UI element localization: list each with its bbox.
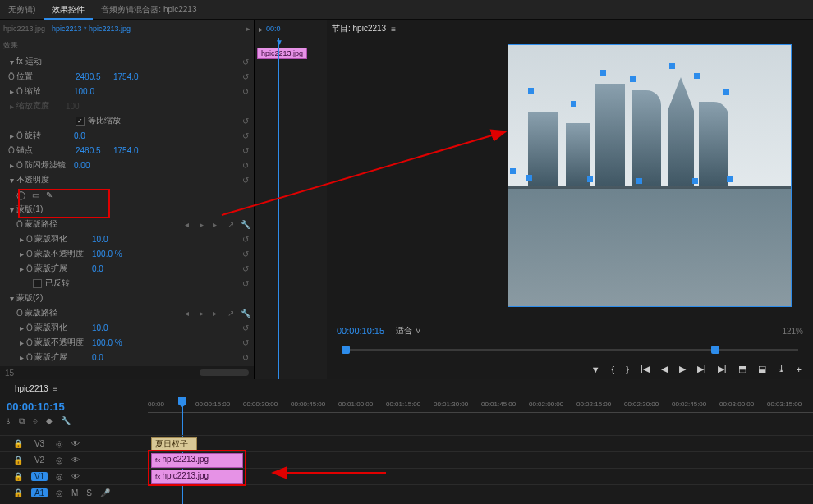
stopwatch-icon[interactable]: Ö xyxy=(16,131,25,140)
twirl-icon[interactable]: ▾ xyxy=(7,57,16,66)
lift-icon[interactable]: ⬒ xyxy=(738,364,746,374)
clip-v2[interactable]: fx hpic2213.jpg xyxy=(151,453,243,468)
link-icon[interactable]: ⧉ xyxy=(19,416,25,426)
uniform-scale-row[interactable]: ✓ 等比缩放 ↺ xyxy=(0,113,254,128)
flicker-value[interactable]: 0.00 xyxy=(74,161,112,170)
twirl-icon[interactable]: ▾ xyxy=(7,294,16,303)
mask-vertex-handle[interactable] xyxy=(669,63,675,69)
rect-mask-icon[interactable]: ▭ xyxy=(32,190,39,199)
mask2-expand-value[interactable]: 0.0 xyxy=(92,353,130,362)
marker-icon[interactable]: ◆ xyxy=(46,416,53,426)
panel-menu-icon[interactable]: ≡ xyxy=(391,25,396,34)
program-tab[interactable]: 节目: hpic2213 xyxy=(332,23,386,34)
reset-icon[interactable]: ↺ xyxy=(241,264,250,273)
position-row[interactable]: Ö 位置 2480.5 1754.0 ↺ xyxy=(0,69,254,84)
preview-area[interactable] xyxy=(327,38,813,319)
keyframe-strip[interactable]: ▸ 00:0 hpic2213.jpg ▼ xyxy=(255,20,327,379)
mask1-path-row[interactable]: Ö 蒙版路径 ◂ ▸ ▸| ↗ 🔧 xyxy=(0,217,254,231)
eye-icon[interactable]: 👁 xyxy=(71,439,80,448)
tab-no-clip[interactable]: 无剪辑) xyxy=(0,1,44,19)
mask1-feather-value[interactable]: 10.0 xyxy=(92,235,130,244)
twirl-icon[interactable]: ▸ xyxy=(16,235,26,244)
v2-strip[interactable]: fx hpic2213.jpg xyxy=(148,451,813,468)
stopwatch-icon[interactable]: Ö xyxy=(26,264,34,273)
stopwatch-icon[interactable]: Ö xyxy=(26,338,34,347)
mask2-feather-value[interactable]: 10.0 xyxy=(92,323,130,332)
stopwatch-icon[interactable]: Ö xyxy=(16,87,25,96)
scrub-track[interactable] xyxy=(342,349,798,351)
anchor-row[interactable]: Ö 锚点 2480.5 1754.0 ↺ xyxy=(0,143,254,158)
target-icon[interactable]: ◎ xyxy=(56,488,63,497)
target-icon[interactable]: ◎ xyxy=(56,456,63,465)
mask1-inverted-row[interactable]: 已反转 ↺ xyxy=(0,276,254,291)
lock-icon[interactable]: 🔒 xyxy=(13,488,23,497)
prev-kf-icon[interactable]: ◂ xyxy=(181,220,191,229)
preview-canvas[interactable] xyxy=(508,44,792,307)
mask2-path-row[interactable]: Ö 蒙版路径 ◂ ▸ ▸| ↗ 🔧 xyxy=(0,305,254,320)
twirl-icon[interactable]: ▸ xyxy=(16,264,26,273)
clip-v3[interactable]: 夏日权子墙 xyxy=(151,437,197,451)
kf-playhead-head[interactable]: ▼ xyxy=(274,38,284,53)
mic-icon[interactable]: 🎤 xyxy=(100,488,110,497)
rotation-value[interactable]: 0.0 xyxy=(74,131,112,140)
stopwatch-icon[interactable]: Ö xyxy=(16,309,25,318)
reset-icon[interactable]: ↺ xyxy=(241,323,250,332)
reset-icon[interactable]: ↺ xyxy=(241,131,250,140)
stopwatch-icon[interactable]: Ö xyxy=(26,323,34,332)
add-kf-icon[interactable]: ▸ xyxy=(196,220,206,229)
twirl-icon[interactable]: ▸ xyxy=(7,131,16,140)
position-y[interactable]: 1754.0 xyxy=(113,72,151,81)
step-fwd-icon[interactable]: ▶| xyxy=(697,364,706,374)
eye-icon[interactable]: 👁 xyxy=(71,472,80,481)
mask1-inverted-checkbox[interactable] xyxy=(33,279,42,288)
track-name[interactable]: V2 xyxy=(31,456,48,465)
go-to-out-icon[interactable]: ▶| xyxy=(718,364,727,374)
mask-vertex-handle[interactable] xyxy=(723,89,729,95)
wrench-icon[interactable]: 🔧 xyxy=(241,309,250,318)
mask-vertex-handle[interactable] xyxy=(600,70,606,76)
reset-icon[interactable]: ↺ xyxy=(241,176,250,185)
button-editor-icon[interactable]: + xyxy=(797,364,802,374)
mask-vertex-handle[interactable] xyxy=(630,76,636,82)
kf-play-icon[interactable]: ▸ xyxy=(259,25,263,34)
time-ruler[interactable]: 00:0000:00:15:0000:00:30:0000:00:45:0000… xyxy=(148,397,813,435)
track-a1-header[interactable]: 🔒 A1 ◎ M S 🎤 xyxy=(0,484,148,501)
marker-span-icon[interactable]: ⟐ xyxy=(33,416,38,426)
stopwatch-icon[interactable]: Ö xyxy=(16,161,25,170)
timeline-tab[interactable]: hpic2213 xyxy=(15,384,48,393)
panel-menu-icon[interactable]: ▸ xyxy=(246,25,250,33)
mask-vertex-handle[interactable] xyxy=(587,176,593,182)
kf-playhead-line[interactable] xyxy=(278,38,279,379)
v1-strip[interactable]: fx hpic2213.jpg xyxy=(148,468,813,484)
track-name[interactable]: A1 xyxy=(31,488,48,497)
mask-vertex-handle[interactable] xyxy=(526,175,532,181)
mask2-expand-row[interactable]: ▸ Ö 蒙版扩展 0.0 ↺ xyxy=(0,350,254,364)
mute-icon[interactable]: M xyxy=(71,488,78,497)
twirl-icon[interactable]: ▸ xyxy=(16,353,26,362)
prev-kf-icon[interactable]: ◂ xyxy=(181,309,191,318)
step-back-icon[interactable]: ◀ xyxy=(661,364,668,374)
export-frame-icon[interactable]: ⤓ xyxy=(778,364,785,374)
mask1-expand-row[interactable]: ▸ Ö 蒙版扩展 0.0 ↺ xyxy=(0,261,254,276)
mask2-group[interactable]: ▾ 蒙版(2) xyxy=(0,291,254,305)
reset-icon[interactable]: ↺ xyxy=(241,57,250,66)
track-icon[interactable]: ↗ xyxy=(226,309,236,318)
track-name[interactable]: V1 xyxy=(31,472,48,481)
ellipse-mask-icon[interactable]: ◯ xyxy=(16,190,25,199)
scrub-playhead[interactable] xyxy=(711,346,719,354)
target-icon[interactable]: ◎ xyxy=(56,472,63,481)
track-v2-header[interactable]: 🔒 V2 ◎ 👁 xyxy=(0,451,148,468)
add-kf-icon[interactable]: ▸ xyxy=(196,309,206,318)
mask1-opac-value[interactable]: 100.0 % xyxy=(92,250,130,259)
flicker-row[interactable]: ▸ Ö 防闪烁滤镜 0.00 ↺ xyxy=(0,158,254,172)
stopwatch-icon[interactable]: Ö xyxy=(7,146,16,155)
clip-v1[interactable]: fx hpic2213.jpg xyxy=(151,470,243,484)
program-timecode[interactable]: 00:00:10:15 xyxy=(337,326,384,336)
track-content[interactable]: 夏日权子墙 fx hpic2213.jpg fx hpic2213.jpg xyxy=(148,435,813,501)
anchor-y[interactable]: 1754.0 xyxy=(113,146,151,155)
lock-icon[interactable]: 🔒 xyxy=(13,472,23,481)
lock-icon[interactable]: 🔒 xyxy=(13,456,23,465)
mask-vertex-handle[interactable] xyxy=(571,101,576,107)
scale-row[interactable]: ▸ Ö 缩放 100.0 ↺ xyxy=(0,84,254,99)
stopwatch-icon[interactable]: Ö xyxy=(16,220,25,229)
